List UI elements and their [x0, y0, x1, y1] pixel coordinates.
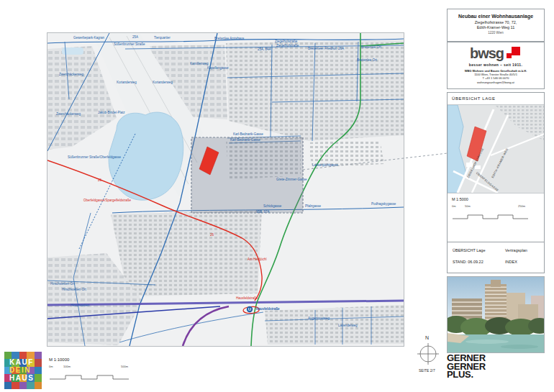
logo-word: HAUS — [9, 374, 34, 382]
map-street-label: Karl-Bednarik-Gasse — [233, 132, 263, 136]
kaufdeinhaus-logo: KAUFDEINHAUS — [4, 352, 42, 389]
map-street-label: Ziegelhofstraße — [275, 40, 297, 43]
logo-word: KAUF — [9, 358, 34, 366]
plan-category: Vertragsplan — [505, 248, 527, 252]
map-street-label: Süßenbrunner Straße/Oberfeldgasse — [68, 155, 121, 159]
map-labels-layer: Gewerbepark-Kagran25ATierquartierBreiten… — [47, 33, 404, 346]
map-street-label: Jakob-Bindel-Platz — [98, 111, 125, 114]
project-city: 1220 Wien — [448, 31, 544, 35]
map-scale-ticks: 0m100m500m — [49, 365, 135, 370]
map-street-label: Breitenlee Amtshaus — [214, 37, 244, 40]
map-street-label: Kamillenweg — [190, 62, 209, 65]
map-street-label: Zwerchäckerweg — [56, 112, 81, 116]
overview-map: ZIEGELHOFSTRASSEEDITH-KRAMER-WEGOBERFELD… — [448, 105, 544, 193]
map-street-label: Breitenlee Ort — [357, 58, 377, 62]
map-street-label: Am Heidjöchl — [248, 257, 267, 261]
map-street-label: Breitenlee Ort — [361, 45, 381, 49]
rendering-graphic — [448, 277, 544, 352]
logo-color-tile — [27, 382, 34, 389]
map-scale: M 1:10000 0m100m500m — [49, 357, 135, 380]
map-street-label: Oberfeldgasse/Spargelfeldstraße — [83, 199, 131, 202]
logo-color-tile — [35, 359, 42, 366]
logo-color-tile — [35, 367, 42, 374]
architect-logo-line: PLUS. — [447, 370, 486, 379]
map-street-label: 25A, 84A — [258, 47, 271, 51]
bwsg-wordmark: bwsg — [470, 46, 504, 60]
map-street-label: Karl-Bednarik-Gasse — [230, 138, 260, 142]
bwsg-tagline: besser wohnen – seit 1911. — [448, 63, 544, 67]
bwsg-squares-icon — [506, 46, 522, 62]
scale-tick-label: 100m — [63, 365, 71, 368]
scale-tick-label: 0m — [49, 365, 53, 368]
project-rendering — [447, 276, 545, 353]
map-street-label: Podhagskygasse — [371, 202, 396, 206]
compass-rose-icon — [416, 339, 445, 371]
plan-type: ÜBERSICHT Lage — [453, 248, 485, 252]
logo-wordmark: KAUFDEINHAUS — [9, 358, 34, 382]
logo-color-tile — [12, 382, 19, 389]
architect-logo: GERNERGERNERPLUS. — [447, 354, 486, 379]
project-title-block: Neubau einer Wohnhausanlage Ziegelhofstr… — [447, 9, 545, 42]
bwsg-email: wohnungsanfragen@bwsg.at — [448, 81, 544, 84]
bwsg-logo: bwsg — [448, 46, 544, 62]
scale-bar — [49, 374, 130, 380]
overview-scale-ticks: 0m50m250m — [452, 204, 540, 209]
plan-info-table: ÜBERSICHT Lage Vertragsplan STAND: 06.09… — [447, 242, 545, 273]
plan-date: STAND: 06.09.22 — [453, 260, 483, 264]
map-street-label: Zwerchäckerweg — [59, 73, 83, 76]
overview-labels-layer: ZIEGELHOFSTRASSEEDITH-KRAMER-WEGOBERFELD… — [448, 105, 544, 193]
plan-index: INDEX — [505, 260, 517, 264]
scale-tick-label: 250m — [518, 204, 525, 208]
logo-color-tile — [4, 382, 12, 389]
map-street-label: Hirschstetten Ort — [50, 282, 75, 286]
map-street-label: Tierquartier — [154, 36, 171, 40]
logo-color-tile — [19, 382, 27, 389]
scale-tick-label: 50m — [465, 204, 471, 208]
map-street-label: Hirschstetten — [71, 304, 89, 307]
map-street-label: Pfalzgasse — [305, 204, 321, 208]
map-street-label: Hausfeldstraße — [256, 307, 280, 311]
scale-tick-label: 0m — [452, 204, 456, 208]
city-map-panel: U Gewerbepark-Kagran25ATierquartierBreit… — [47, 32, 404, 347]
map-street-label: Hirschstetten Ort — [62, 288, 86, 291]
overview-section: ÜBERSICHT LAGE ZIEGELHOFSTRASSEEDITH-KRA… — [447, 92, 545, 243]
overview-scale: M 1:5000 0m50m250m — [448, 193, 544, 222]
project-title: Neubau einer Wohnhausanlage — [448, 14, 544, 19]
map-street-label: 26 — [98, 178, 101, 182]
map-street-label: EDITH-KRAMER-WEG — [491, 147, 509, 178]
map-street-label: 26 — [210, 233, 214, 237]
project-address-2: Edith-Kramer-Weg 11 — [448, 25, 544, 29]
overview-section-title: ÜBERSICHT LAGE — [448, 93, 544, 105]
logo-color-tile — [35, 352, 42, 359]
overview-scale-bar — [452, 214, 528, 219]
map-street-label: Korianderweg — [117, 81, 137, 84]
overview-scale-label: M 1:5000 — [452, 197, 540, 201]
bwsg-block: bwsg besser wohnen – seit 1911. WBG Wohn… — [447, 42, 545, 89]
map-street-label: Lavendelweg — [338, 324, 358, 327]
map-street-label: Gewerbepark-Kagran — [73, 36, 104, 40]
logo-word: DEIN — [9, 366, 34, 374]
map-street-label: Schickgasse — [263, 204, 281, 208]
map-street-label: 95B, 97A — [256, 210, 270, 214]
map-street-label: Hausfeldstraße — [236, 296, 258, 300]
map-scale-label: M 1:10000 — [49, 357, 135, 362]
project-address-1: Ziegelhofstrasse 70, 72, — [448, 20, 544, 24]
page-number: SEITE 2/7 — [419, 368, 435, 373]
map-street-label: Ziegelhofstraße — [276, 44, 299, 47]
logo-color-tile — [35, 382, 42, 389]
map-street-label: 25A — [132, 35, 138, 39]
scale-tick-label: 500m — [121, 365, 128, 368]
map-street-label: Lackenjöchlgasse — [312, 163, 338, 167]
map-street-label: Augentrostweg — [308, 316, 330, 320]
map-street-label: Kapellengasse — [207, 66, 229, 70]
logo-color-tile — [35, 374, 42, 381]
compass: N SEITE 2/7 — [416, 335, 445, 378]
map-street-label: Breitenleer Friedhof, 26A — [308, 47, 344, 50]
map-street-label: Grete-Zimmer-Gasse — [276, 178, 307, 181]
map-street-label: Korianderweg — [153, 81, 173, 84]
map-street-label: Süßenbrunner Straße — [114, 42, 145, 46]
